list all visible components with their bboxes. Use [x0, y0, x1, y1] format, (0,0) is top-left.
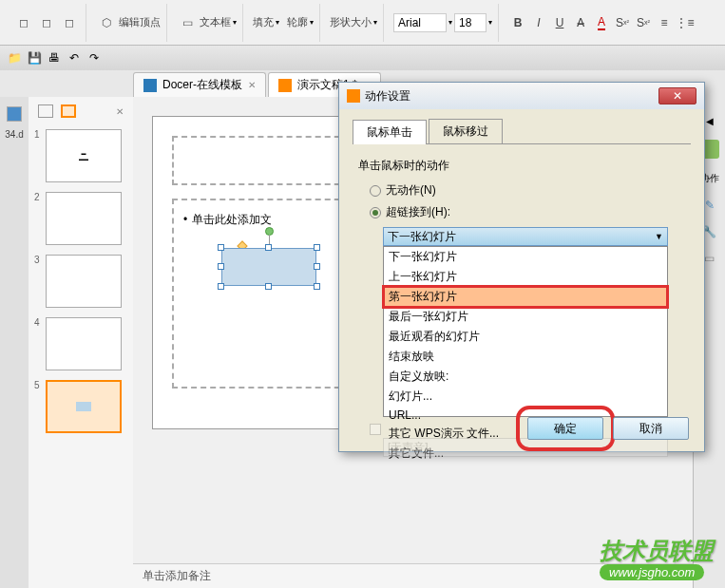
ok-button[interactable]: 确定	[527, 417, 603, 440]
strike-button[interactable]: A̶	[571, 13, 590, 32]
outline-button[interactable]: 轮廓	[287, 15, 308, 29]
hyperlink-dropdown: 下一张幻灯片 上一张幻灯片 第一张幻灯片 最后一张幻灯片 最近观看的幻灯片 结束…	[383, 246, 668, 417]
sidebar-icon-1[interactable]	[7, 106, 22, 122]
cancel-button[interactable]: 取消	[613, 417, 689, 440]
dd-option-custom[interactable]: 自定义放映:	[384, 367, 667, 387]
sup-button[interactable]: Sx²	[634, 13, 653, 32]
dd-option-recent[interactable]: 最近观看的幻灯片	[384, 327, 667, 347]
dd-option-slide[interactable]: 幻灯片...	[384, 387, 667, 407]
dd-option-next[interactable]: 下一张幻灯片	[384, 247, 667, 267]
font-color-button[interactable]: A	[592, 13, 611, 32]
thumbnail-1[interactable]: ▬▬▬	[46, 129, 122, 182]
dialog-titlebar[interactable]: 动作设置 ✕	[339, 83, 704, 109]
chevron-down-icon: ▼	[655, 232, 663, 241]
radio-hyperlink[interactable]: 超链接到(H):	[358, 201, 685, 223]
fill-button[interactable]: 填充	[253, 15, 274, 29]
docer-tab-close[interactable]: ✕	[248, 80, 256, 90]
action-settings-dialog: 动作设置 ✕ 鼠标单击 鼠标移过 单击鼠标时的动作 无动作(N) 超链接到(H)…	[338, 82, 705, 452]
left-sidebar: 34.d	[0, 97, 29, 588]
shape-tool-1[interactable]: ◻	[13, 12, 34, 33]
textbox-icon[interactable]: ▭	[177, 12, 198, 33]
thumbnail-3[interactable]	[46, 255, 122, 308]
watermark: 技术员联盟 www.jsgho.com	[600, 536, 714, 580]
thumbnail-5[interactable]	[46, 380, 122, 433]
quick-access-toolbar: 📁 💾 🖶 ↶ ↷	[0, 46, 725, 70]
open-button[interactable]: 📁	[6, 49, 23, 66]
outline-view-icon[interactable]	[38, 104, 53, 118]
sidepanel-tool-1[interactable]: ✎	[705, 199, 715, 212]
thumbnail-4[interactable]	[46, 317, 122, 370]
shape-size-button[interactable]: 形状大小	[330, 15, 372, 29]
numbering-button[interactable]: ⋮≡	[676, 13, 695, 32]
docer-tab-label: Docer-在线模板	[162, 77, 242, 93]
sub-button[interactable]: Sx²	[613, 13, 632, 32]
slide-thumbnails: ✕ 1▬▬▬ 2 3 4 5	[29, 97, 133, 588]
sidepanel-tool-3[interactable]: ▭	[704, 252, 715, 265]
slides-view-icon[interactable]	[61, 104, 76, 118]
dd-option-prev[interactable]: 上一张幻灯片	[384, 267, 667, 287]
dialog-icon	[347, 89, 360, 103]
print-button[interactable]: 🖶	[46, 49, 63, 66]
save-button[interactable]: 💾	[26, 49, 43, 66]
resize-handle-ne[interactable]	[314, 244, 320, 251]
bullets-button[interactable]: ≡	[655, 13, 674, 32]
selected-shape[interactable]	[221, 248, 316, 295]
resize-handle-w[interactable]	[218, 263, 224, 270]
resize-handle-s[interactable]	[265, 283, 272, 290]
docer-icon	[143, 79, 157, 92]
action-group-title: 单击鼠标时的动作	[358, 158, 685, 174]
shape-tool-3[interactable]: ◻	[59, 12, 80, 33]
dd-option-end[interactable]: 结束放映	[384, 347, 667, 367]
resize-handle-se[interactable]	[314, 283, 320, 290]
resize-handle-sw[interactable]	[218, 283, 224, 290]
resize-handle-e[interactable]	[314, 263, 320, 270]
underline-button[interactable]: U	[550, 13, 569, 32]
edit-vertex-icon[interactable]: ⬡	[96, 12, 117, 33]
shape-tool-2[interactable]: ◻	[36, 12, 57, 33]
font-size-combo[interactable]: 18	[454, 13, 487, 32]
undo-button[interactable]: ↶	[66, 49, 83, 66]
tab-mouse-over[interactable]: 鼠标移过	[429, 119, 503, 143]
dialog-close-button[interactable]: ✕	[658, 87, 696, 104]
edit-vertex-label: 编辑顶点	[119, 15, 161, 29]
textbox-label: 文本框	[200, 15, 231, 29]
font-name-combo[interactable]: Arial	[393, 13, 447, 32]
file-timestamp: 34.d	[5, 129, 23, 140]
thumbs-close[interactable]: ✕	[116, 106, 124, 117]
resize-handle-n[interactable]	[265, 244, 272, 251]
resize-handle-nw[interactable]	[218, 244, 224, 251]
dialog-title-text: 动作设置	[365, 88, 410, 104]
sidepanel-toggle[interactable]: ◀	[706, 116, 714, 126]
tab-mouse-click[interactable]: 鼠标单击	[353, 120, 427, 144]
radio-no-action[interactable]: 无动作(N)	[358, 180, 685, 201]
dd-option-first[interactable]: 第一张幻灯片	[384, 287, 667, 307]
ribbon-toolbar: ◻ ◻ ◻ ⬡ 编辑顶点 ▭ 文本框 ▾ 填充▾ 轮廓▾ 形状大小▾ Arial…	[0, 0, 725, 46]
sound-combo: [无声音]	[383, 438, 668, 457]
thumbnail-2[interactable]	[46, 192, 122, 245]
dd-option-last[interactable]: 最后一张幻灯片	[384, 307, 667, 327]
bold-button[interactable]: B	[508, 13, 527, 32]
italic-button[interactable]: I	[529, 13, 548, 32]
presentation-icon	[278, 79, 292, 92]
redo-button[interactable]: ↷	[86, 49, 103, 66]
dialog-tabs: 鼠标单击 鼠标移过	[353, 119, 691, 144]
hyperlink-combo[interactable]: 下一张幻灯片 ▼	[383, 227, 668, 246]
docer-tab[interactable]: Docer-在线模板 ✕	[133, 72, 266, 97]
